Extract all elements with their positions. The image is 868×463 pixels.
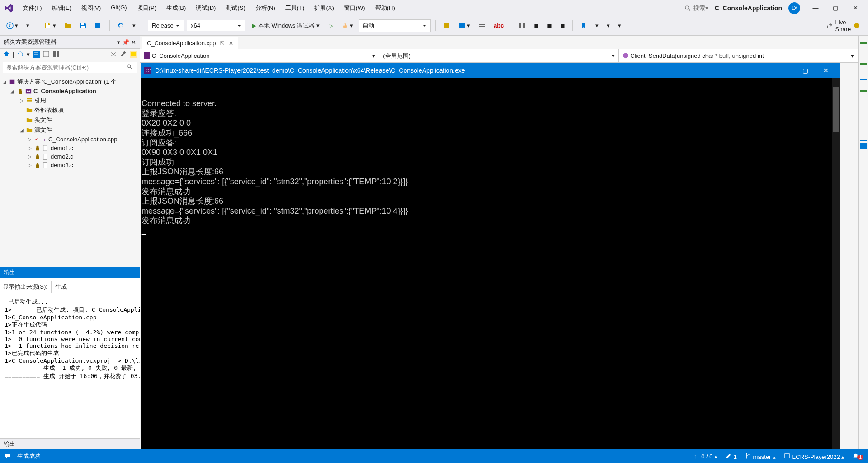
console-scrollbar[interactable] [832, 78, 840, 449]
menu-project[interactable]: 项目(P) [132, 2, 161, 14]
references-icon [26, 97, 33, 103]
tb-icon-3[interactable] [476, 20, 488, 31]
tab-close-icon[interactable]: ✕ [229, 40, 233, 47]
config-combo[interactable]: Release [148, 20, 184, 31]
svg-rect-16 [43, 145, 47, 150]
folder-icon [26, 127, 33, 133]
menu-file[interactable]: 文件(F) [18, 2, 47, 14]
sources-node[interactable]: ◢ 源文件 [0, 125, 140, 135]
project-dropdown[interactable]: C_ConsoleApplication▾ [140, 49, 379, 62]
console-minimize-button[interactable]: — [774, 63, 795, 78]
start-debug-button[interactable]: ▶本地 Windows 调试器 ▾ [248, 20, 323, 32]
tb-icon-indent[interactable]: ≣ [531, 20, 542, 31]
collapse-icon[interactable] [42, 51, 50, 58]
file-demo1[interactable]: ▷ demo1.c [0, 144, 140, 152]
tb-icon-2[interactable]: ▾ [456, 20, 473, 31]
maximize-button[interactable]: ▢ [826, 1, 844, 15]
menu-git[interactable]: Git(G) [106, 2, 131, 14]
sync-icon[interactable] [33, 51, 40, 58]
undo-button[interactable] [114, 20, 127, 31]
filter-icon[interactable] [130, 51, 137, 58]
menu-tools[interactable]: 工具(T) [281, 2, 309, 14]
show-all-icon[interactable] [52, 51, 60, 58]
panel-dropdown-icon[interactable]: ▾ [117, 39, 120, 46]
editor-tab-cpp[interactable]: C_ConsoleApplication.cpp ⇱ ✕ [142, 37, 238, 49]
menu-debug[interactable]: 调试(D) [191, 2, 220, 14]
status-edits[interactable]: 1 [726, 453, 737, 460]
menu-extensions[interactable]: 扩展(X) [310, 2, 338, 14]
tb-icon-bookmark4[interactable]: ▾ [615, 20, 624, 31]
solution-search-input[interactable] [3, 62, 123, 73]
menu-window[interactable]: 窗口(W) [340, 2, 370, 14]
member-dropdown[interactable]: Client_SendData(unsigned char * buff, un… [619, 49, 858, 62]
menu-edit[interactable]: 编辑(E) [47, 2, 76, 14]
solution-search[interactable] [3, 62, 137, 73]
nav-forward-button[interactable]: ▾ [24, 20, 32, 31]
solution-search-button[interactable] [123, 62, 137, 73]
external-deps-node[interactable]: 外部依赖项 [0, 105, 140, 115]
comment-icon[interactable] [5, 453, 11, 459]
live-share-button[interactable]: Live Share [826, 19, 864, 33]
scope-dropdown[interactable]: (全局范围)▾ [379, 49, 618, 62]
menu-help[interactable]: 帮助(H) [371, 2, 400, 14]
svg-rect-25 [785, 453, 790, 458]
platform-combo[interactable]: x64 [187, 20, 245, 31]
tb-icon-align[interactable] [516, 20, 528, 31]
save-all-button[interactable] [92, 20, 105, 31]
references-node[interactable]: ▷ 引用 [0, 95, 140, 105]
file-demo3[interactable]: ▷ demo3.c [0, 161, 140, 169]
output-header[interactable]: 输出 [0, 267, 140, 278]
solution-root[interactable]: ◢ 解决方案 'C_ConsoleApplication' (1 个 [0, 77, 140, 87]
output-footer-tab[interactable]: 输出 [0, 438, 140, 449]
tb-icon-bookmark[interactable] [577, 20, 590, 31]
console-maximize-button[interactable]: ▢ [795, 63, 816, 78]
menu-analyze[interactable]: 分析(N) [251, 2, 280, 14]
file-cpp[interactable]: ▷✓ ++ C_ConsoleApplication.cpp [0, 135, 140, 144]
tb-icon-4[interactable]: abc [491, 20, 506, 31]
tb-icon-comment[interactable]: ≣ [557, 20, 568, 31]
tb-icon-bookmark3[interactable]: ▾ [604, 20, 613, 31]
minimize-button[interactable]: — [807, 1, 825, 15]
new-item-button[interactable]: ▾ [42, 20, 59, 31]
menu-view[interactable]: 视图(V) [77, 2, 105, 14]
solution-explorer-panel: 解决方案资源管理器 ▾ 📌 ✕ | ▾ ◢ [0, 36, 140, 449]
menu-test[interactable]: 测试(S) [221, 2, 250, 14]
properties-icon[interactable] [110, 51, 117, 58]
cpp-project-icon: ++ [25, 88, 32, 94]
user-avatar[interactable]: LX [788, 2, 800, 14]
new-file-icon [44, 22, 52, 29]
panel-pin-icon[interactable]: 📌 [122, 39, 129, 46]
status-repo[interactable]: ECRS-Player2022 ▴ [784, 453, 844, 460]
status-arrows[interactable]: ↑↓ 0 / 0 ▴ [694, 453, 718, 460]
headers-node[interactable]: 头文件 [0, 115, 140, 125]
panel-close-icon[interactable]: ✕ [131, 39, 136, 46]
start-nodebug-button[interactable]: ▷ [326, 20, 336, 31]
wrench-icon[interactable] [120, 51, 127, 58]
project-node[interactable]: ◢ ++ C_ConsoleApplication [0, 87, 140, 95]
tb-icon-1[interactable] [440, 20, 453, 31]
close-window-button[interactable]: ✕ [846, 1, 864, 15]
folder-open-icon [64, 22, 71, 29]
title-search[interactable]: 搜索▾ [684, 4, 708, 12]
console-title-bar[interactable]: C:\ D:\linux-share-dir\ECRS-Player2022\t… [141, 63, 840, 78]
hot-reload-button[interactable]: ▾ [339, 20, 356, 31]
output-text[interactable]: 已启动生成... 1>------ 已启动生成: 项目: C_ConsoleAp… [0, 296, 140, 438]
redo-button[interactable]: ▾ [130, 20, 138, 31]
status-branch[interactable]: master ▴ [745, 453, 776, 460]
status-notifications[interactable]: 1 [853, 453, 863, 460]
tb-icon-bookmark2[interactable]: ▾ [593, 20, 601, 31]
menu-build[interactable]: 生成(B) [162, 2, 190, 14]
pin-icon[interactable]: ⇱ [220, 40, 224, 46]
open-button[interactable] [61, 20, 74, 31]
tb-icon-outdent[interactable]: ≣ [544, 20, 555, 31]
output-source-combo[interactable]: 生成 [51, 281, 132, 293]
nav-back-button[interactable]: ▾ [4, 20, 21, 31]
home-icon[interactable] [3, 51, 10, 58]
console-output[interactable]: Connected to server.登录应答:0X20 0X2 0 0连接成… [141, 78, 840, 449]
file-demo2[interactable]: ▷ demo2.c [0, 152, 140, 161]
save-button[interactable] [77, 20, 90, 31]
svg-rect-13 [27, 98, 32, 100]
refresh-icon[interactable] [17, 51, 24, 58]
console-close-button[interactable]: ✕ [816, 63, 836, 78]
auto-combo[interactable]: 自动 [359, 19, 431, 32]
